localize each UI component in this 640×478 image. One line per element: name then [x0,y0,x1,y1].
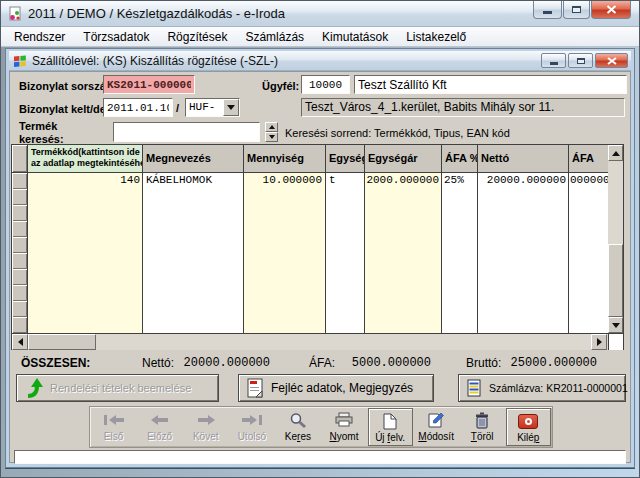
green-up-arrow-icon [25,378,43,398]
exit-label: Kilép [517,432,539,443]
new-record-button[interactable]: Új felv. [368,408,413,446]
row-selector-cell[interactable] [12,317,27,333]
exit-button[interactable]: Kilép [506,408,551,446]
menu-torzsadatok[interactable]: Törzsadatok [74,30,158,44]
horizontal-scroll-thumb[interactable] [28,334,96,350]
cell-vat-amount[interactable]: 000000 [570,173,608,189]
grid-column-stripe [143,173,244,333]
close-button[interactable] [591,1,631,19]
vertical-scrollbar[interactable] [608,145,623,333]
nav-next-button[interactable]: Követ [183,408,228,446]
customer-code-field[interactable] [301,75,350,94]
scroll-right-button[interactable] [591,334,607,350]
col-header-vat-percent[interactable]: ÁFA % [442,145,478,173]
row-selector-cell[interactable] [12,221,27,237]
search-order-spinner[interactable] [265,122,278,142]
horizontal-scrollbar[interactable] [12,333,608,350]
currency-combo[interactable]: HUF- [185,98,240,117]
col-header-product-code[interactable]: Termékkód (kattintson ide az adatlap meg… [28,145,143,173]
row-selector-cell[interactable] [12,237,27,253]
row-selector-cell[interactable] [12,285,27,301]
delete-button[interactable]: Töröl [460,408,505,446]
last-record-icon [239,411,265,429]
child-minimize-button[interactable] [541,53,566,68]
cell-unit-price[interactable]: 2000.000000 [365,173,439,189]
col-header-name[interactable]: Megnevezés [143,145,244,173]
spinner-up-button[interactable] [265,122,278,132]
items-grid: Termékkód (kattintson ide az adatlap meg… [11,144,624,350]
print-button[interactable]: Nyomt [321,408,366,446]
trash-icon [474,411,490,429]
spinner-down-button[interactable] [265,132,278,142]
row-selector-cell[interactable] [12,269,27,285]
col-header-unit[interactable]: Egység [326,145,365,173]
status-bar [14,450,626,464]
invoice-document-icon [467,379,482,398]
import-order-items-button[interactable]: Rendelési tételek beemelése [16,374,219,402]
nav-last-button[interactable]: Utolsó [229,408,274,446]
doc-number-field[interactable] [103,75,195,94]
child-close-button[interactable] [595,53,628,68]
col-header-net[interactable]: Nettó [478,145,569,173]
menu-rendszer[interactable]: Rendszer [5,30,74,44]
date-field[interactable] [103,98,173,117]
invoiced-button[interactable]: Számlázva: KR2011-0000001 [458,374,626,402]
scroll-left-button[interactable] [12,334,28,350]
scrollbar-corner [608,333,623,350]
record-toolbar: Első Előző Követ [89,406,553,448]
currency-dropdown-button[interactable] [223,99,239,116]
app-icon [7,6,23,22]
minimize-button[interactable] [533,1,562,19]
nav-previous-button[interactable]: Előző [137,408,182,446]
cell-unit[interactable]: t [329,173,365,189]
gross-total-value: 25000.000000 [497,356,597,370]
menu-listakezelo[interactable]: Listakezelő [397,30,475,44]
cell-vat-percent[interactable]: 25% [444,173,478,189]
grid-column-stripe [478,173,569,333]
search-order-hint: Keresési sorrend: Termékkód, Tipus, EAN … [285,127,510,139]
child-titlebar: Szállítólevél: (KS) Kiszállítás rögzítés… [9,51,631,71]
cell-product-code[interactable]: 140 [28,173,140,189]
header-data-button[interactable]: Fejléc adatok, Megjegyzés [238,374,434,402]
col-header-unit-price[interactable]: Egységár [365,145,442,173]
search-label: Keres [285,431,311,442]
col-header-vat[interactable]: ÁFA [569,145,608,173]
net-total-value: 20000.000000 [170,356,270,370]
menu-rogzitesek[interactable]: Rögzítések [158,30,236,44]
maximize-button[interactable] [563,1,590,19]
cell-qty[interactable]: 10.000000 [244,173,322,189]
scroll-down-icon [612,323,620,332]
memo-document-icon [247,378,264,399]
row-selector-cell[interactable] [12,253,27,269]
menu-szamlazas[interactable]: Számlázás [236,30,313,44]
product-code-header-title: Termékkód [31,147,78,158]
col-header-qty[interactable]: Mennyiség [244,145,326,173]
cell-name[interactable]: KÁBELHOMOK [146,173,243,189]
header-data-label: Fejléc adatok, Megjegyzés [271,381,413,395]
scroll-up-button[interactable] [608,145,623,161]
menu-kimutatasok[interactable]: Kimutatások [313,30,397,44]
row-selector-cell[interactable] [12,173,27,189]
customer-name-field[interactable] [354,75,627,94]
window-title: 2011 / DEMO / Készletgazdálkodás - e-Iro… [28,6,285,21]
window-controls [532,1,631,19]
child-maximize-icon [577,58,585,64]
row-selector-cell[interactable] [12,301,27,317]
windows-flag-icon [13,54,27,68]
search-button[interactable]: Keres [275,408,320,446]
cell-net[interactable]: 20000.000000 [478,173,566,189]
modify-button[interactable]: Módosít [414,408,459,446]
search-icon [289,411,307,429]
nav-first-button[interactable]: Első [91,408,136,446]
currency-value: HUF- [186,99,223,116]
product-search-input[interactable] [113,122,260,142]
row-selector-cell[interactable] [12,205,27,221]
first-record-icon [101,411,127,429]
row-selector-cell[interactable] [12,189,27,205]
product-code-header-hint2: az adatlap megtekintéséhez) [31,158,143,168]
grid-column-stripe [28,173,143,333]
scroll-down-button[interactable] [608,317,623,333]
vertical-scroll-thumb[interactable] [608,244,623,317]
child-maximize-button[interactable] [568,53,593,68]
invoiced-label: Számlázva: KR2011-0000001 [489,382,628,394]
